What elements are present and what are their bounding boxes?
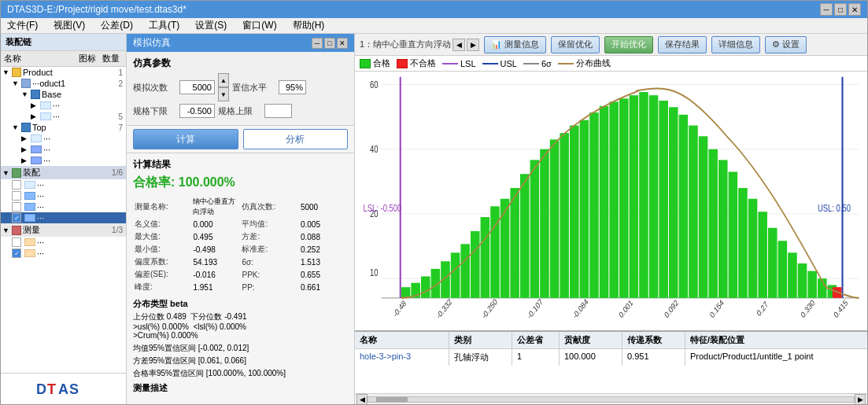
scrollbar-area: ◀ ▶	[355, 393, 867, 404]
sim-max-button[interactable]: □	[324, 38, 335, 49]
svg-text:-0.084: -0.084	[571, 296, 590, 321]
scroll-right-button[interactable]: ▶	[855, 394, 866, 405]
expand-icon[interactable]: ▼	[12, 79, 20, 87]
svg-text:0.092: 0.092	[663, 297, 680, 319]
svg-rect-65	[758, 212, 767, 298]
crum-row: >Crum(%) 0.000%	[133, 331, 348, 340]
scroll-track[interactable]	[368, 396, 855, 403]
expand-icon[interactable]: ▼	[2, 68, 10, 76]
svg-rect-49	[600, 106, 609, 298]
tree-count-measure: 1/3	[110, 226, 126, 234]
tree-label-top: Top	[32, 123, 110, 132]
tree-item-measure[interactable]: ▼ 测量 1/3	[1, 223, 126, 237]
sim-min-button[interactable]: ─	[312, 38, 323, 49]
expand-icon[interactable]: ▶	[31, 101, 39, 109]
legend-dist: 分布曲线	[558, 57, 611, 69]
chart-next-button[interactable]: ▶	[467, 39, 479, 51]
tree-item-base-sub2[interactable]: ▶ ··· 5	[1, 111, 126, 122]
menu-file[interactable]: 文件(F)	[4, 19, 41, 32]
sim-count-up[interactable]: ▲	[218, 73, 229, 87]
results-title: 计算结果	[133, 158, 348, 171]
tree-item-top-sub3[interactable]: ▶ ···	[1, 155, 126, 166]
tree-item-base-sub1[interactable]: ▶ ···	[1, 100, 126, 111]
product1-icon	[21, 79, 31, 88]
table-row: 最小值: -0.498 标准差: 0.252	[133, 243, 348, 256]
menu-tools[interactable]: 工具(T)	[146, 19, 183, 32]
expand-icon[interactable]: ▼	[21, 90, 29, 98]
maximize-button[interactable]: □	[834, 3, 847, 16]
tree-item-top-sub2[interactable]: ▶ ···	[1, 144, 126, 155]
percentile-row: 上分位数 0.489 下分位数 -0.491	[133, 311, 348, 322]
tree-item-asm2[interactable]: ···	[1, 190, 126, 201]
svg-text:0.27: 0.27	[755, 300, 770, 318]
asm4-icon	[24, 214, 35, 222]
tree-label-asm1: ···	[37, 180, 126, 190]
sim-count-label: 模拟次数	[133, 82, 176, 94]
expand-icon[interactable]: ▶	[31, 112, 39, 120]
svg-rect-45	[560, 133, 569, 298]
chart-prev-button[interactable]: ◀	[452, 39, 465, 51]
tree-count-top: 7	[110, 123, 126, 132]
menu-view[interactable]: 视图(V)	[50, 19, 88, 32]
legend-dist-line	[558, 63, 574, 64]
svg-text:-0.48: -0.48	[392, 298, 408, 318]
tree-item-product1[interactable]: ▼ ···oduct1 2	[1, 78, 126, 89]
analyze-button[interactable]: 分析	[243, 129, 349, 149]
tree-item-asm4[interactable]: ✓ ···	[1, 212, 126, 223]
scroll-thumb[interactable]	[376, 397, 408, 402]
tree-item-product[interactable]: ▼ Product 1	[1, 67, 126, 78]
sim-count-input[interactable]	[179, 80, 215, 94]
meas2-icon	[24, 249, 35, 257]
checkbox-asm3[interactable]	[12, 202, 21, 212]
sim-close-button[interactable]: ✕	[337, 38, 348, 49]
checkbox-asm4[interactable]: ✓	[12, 213, 21, 223]
tree-item-asm1[interactable]: ···	[1, 179, 126, 190]
keep-optimize-button[interactable]: 保留优化	[551, 36, 600, 53]
tree-item-top[interactable]: ▼ Top 7	[1, 122, 126, 133]
close-button[interactable]: ✕	[848, 3, 861, 16]
circle-diagram	[133, 396, 348, 404]
checkbox-meas1[interactable]	[12, 237, 21, 247]
start-optimize-button[interactable]: 开始优化	[604, 36, 653, 53]
lower-limit-input[interactable]	[179, 104, 215, 118]
checkbox-meas2[interactable]: ✓	[12, 249, 21, 258]
expand-icon[interactable]: ▼	[12, 123, 20, 131]
menu-window[interactable]: 窗口(W)	[239, 19, 279, 32]
checkbox-asm1[interactable]	[12, 180, 21, 190]
tree-label-asm3: ···	[37, 202, 126, 212]
legend-sigma: 6σ	[523, 59, 552, 68]
measure-info-button[interactable]: 📊 测量信息	[484, 36, 546, 53]
save-results-button[interactable]: 保存结果	[658, 36, 707, 53]
svg-rect-52	[630, 95, 639, 298]
tree-item-meas1[interactable]: ···	[1, 237, 126, 248]
tree-item-top-sub1[interactable]: ▶ ···	[1, 133, 126, 144]
detail-info-button[interactable]: 详细信息	[711, 36, 760, 53]
bt-cell-tol: 1	[512, 349, 560, 366]
calc-button[interactable]: 计算	[133, 129, 238, 149]
menu-help[interactable]: 帮助(H)	[290, 19, 328, 32]
sim-count-down[interactable]: ▼	[218, 87, 229, 101]
upper-limit-input[interactable]	[264, 104, 292, 118]
tree-col-count: 数量	[99, 53, 123, 64]
tree-item-meas2[interactable]: ✓ ···	[1, 248, 126, 259]
legend-usl: USL	[482, 59, 517, 68]
checkbox-asm2[interactable]	[12, 191, 21, 201]
confidence-input[interactable]	[279, 80, 306, 94]
bt-cell-transfer: 0.951	[622, 349, 685, 366]
scroll-left-button[interactable]: ◀	[356, 394, 368, 405]
tree-item-assembly[interactable]: ▼ 装配 1/6	[1, 166, 126, 179]
dist-section-label: 分布类型 beta	[133, 298, 348, 310]
menu-tolerance[interactable]: 公差(D)	[98, 19, 136, 32]
legend-sigma-label: 6σ	[541, 59, 552, 68]
legend-bar: 合格 不合格 LSL USL 6σ	[355, 56, 867, 72]
top-icon	[21, 123, 31, 132]
minimize-button[interactable]: ─	[820, 3, 833, 16]
tree-item-base[interactable]: ▼ Base	[1, 89, 126, 100]
tree-item-asm3[interactable]: ···	[1, 201, 126, 212]
menu-settings[interactable]: 设置(S)	[192, 19, 230, 32]
chart-settings-button[interactable]: ⚙ 设置	[765, 36, 807, 53]
legend-usl-label: USL	[500, 59, 517, 68]
table-row: 最大值: 0.495 方差: 0.088	[133, 230, 348, 243]
circle-diagram-svg	[209, 402, 272, 404]
svg-rect-64	[748, 199, 758, 298]
